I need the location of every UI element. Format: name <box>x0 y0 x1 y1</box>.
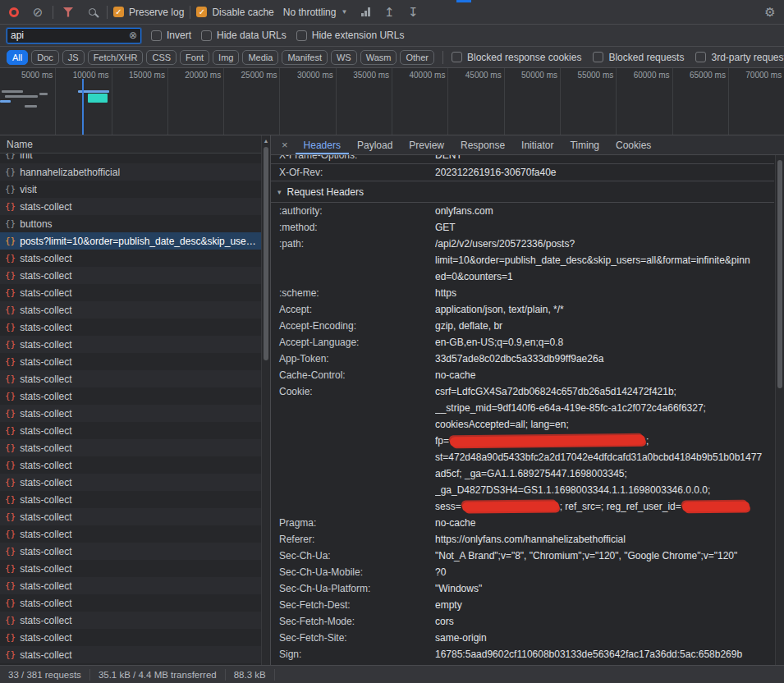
request-row[interactable]: {}buttons <box>0 215 261 232</box>
type-filter-js[interactable]: JS <box>62 50 85 65</box>
request-row[interactable]: {}stats-collect <box>0 456 261 474</box>
request-row[interactable]: {}stats-collect <box>0 301 261 319</box>
type-filter-other[interactable]: Other <box>400 50 434 65</box>
request-row[interactable]: {}stats-collect <box>0 612 261 629</box>
type-filter-css[interactable]: CSS <box>146 50 177 65</box>
record-button[interactable] <box>5 3 23 21</box>
request-name: hannahelizabethofficial <box>20 167 120 178</box>
tab-headers[interactable]: Headers <box>296 135 349 154</box>
type-filter-pills: AllDocJSFetch/XHRCSSFontImgMediaManifest… <box>7 50 434 65</box>
throttling-dropdown[interactable]: No throttling ▼ <box>280 7 351 18</box>
request-row[interactable]: {}stats-collect <box>0 508 261 525</box>
request-row[interactable]: {}stats-collect <box>0 560 261 577</box>
tick-label: 50000 ms <box>505 68 560 80</box>
name-column-header[interactable]: Name <box>0 135 270 154</box>
type-filter-fetch-xhr[interactable]: Fetch/XHR <box>88 50 144 65</box>
request-name: stats-collect <box>20 356 71 368</box>
request-row[interactable]: {}stats-collect <box>0 387 261 405</box>
type-filter-media[interactable]: Media <box>242 50 278 65</box>
disable-cache-checkbox[interactable]: ✓ Disable cache <box>196 7 273 18</box>
tab-preview[interactable]: Preview <box>401 135 452 154</box>
checkbox-blocked-response-cookies[interactable]: ✓Blocked response cookies <box>452 52 581 63</box>
settings-gear-button[interactable]: ⚙ <box>761 3 779 21</box>
preserve-log-checkbox[interactable]: ✓ Preserve log <box>113 7 184 18</box>
hide-extension-urls-checkbox[interactable]: ✓ Hide extension URLs <box>296 30 405 41</box>
import-har-button[interactable]: ↥ <box>380 3 398 21</box>
request-row[interactable]: {}stats-collect <box>0 319 261 336</box>
clear-button[interactable]: ⊘ <box>29 3 47 21</box>
request-row[interactable]: {}stats-collect <box>0 370 261 387</box>
checkbox-unchecked-icon: ✓ <box>452 52 462 62</box>
request-row[interactable]: {}stats-collect <box>0 491 261 508</box>
file-type-icon: {} <box>5 154 16 160</box>
request-row[interactable]: {}stats-collect <box>0 646 261 663</box>
type-filter-font[interactable]: Font <box>180 50 209 65</box>
type-filter-wasm[interactable]: Wasm <box>360 50 397 65</box>
header-name: Sec-Ch-Ua-Platform: <box>279 580 435 597</box>
request-name: stats-collect <box>20 339 71 351</box>
tab-timing[interactable]: Timing <box>562 135 607 154</box>
request-row[interactable]: {}stats-collect <box>0 267 261 284</box>
request-name: stats-collect <box>20 425 71 437</box>
checkbox-blocked-requests[interactable]: ✓Blocked requests <box>593 52 684 63</box>
request-list-scrollbar[interactable]: ▲ <box>261 135 270 665</box>
preserve-log-label: Preserve log <box>129 7 184 18</box>
request-row[interactable]: {}visit <box>0 181 261 198</box>
request-row[interactable]: {}stats-collect <box>0 439 261 456</box>
scroll-up-icon[interactable]: ▲ <box>262 135 270 144</box>
request-row[interactable]: {}stats-collect <box>0 474 261 491</box>
search-button[interactable] <box>83 3 101 21</box>
request-list: {}init{}hannahelizabethofficial{}visit{}… <box>0 154 270 665</box>
request-name: stats-collect <box>20 305 71 316</box>
request-row[interactable]: {}stats-collect <box>0 353 261 370</box>
request-row[interactable]: {}stats-collect <box>0 250 261 267</box>
request-row[interactable]: {}stats-collect <box>0 405 261 422</box>
filter-input[interactable] <box>11 30 129 41</box>
clear-filter-icon[interactable]: ⊗ <box>129 30 137 41</box>
checkbox-unchecked-icon: ✓ <box>695 52 706 62</box>
request-row[interactable]: {}stats-collect <box>0 525 261 543</box>
network-conditions-button[interactable] <box>356 3 374 21</box>
request-row[interactable]: {}init <box>0 154 261 163</box>
request-name: stats-collect <box>20 563 71 575</box>
filter-toggle-button[interactable] <box>59 3 77 21</box>
header-row: App-Token:33d57ade8c02dbc5a333db99ff9ae2… <box>271 351 774 367</box>
request-name: stats-collect <box>20 287 71 299</box>
type-filter-manifest[interactable]: Manifest <box>282 50 328 65</box>
tab-initiator[interactable]: Initiator <box>513 135 562 154</box>
invert-checkbox[interactable]: ✓ Invert <box>151 30 191 41</box>
request-row[interactable]: {}stats-collect <box>0 577 261 594</box>
request-headers-section[interactable]: ▾Request Headers <box>271 181 774 203</box>
request-row[interactable]: {}stats-collect <box>0 336 261 353</box>
tab-payload[interactable]: Payload <box>349 135 401 154</box>
request-row[interactable]: {}stats-collect <box>0 422 261 439</box>
request-row[interactable]: {}hannahelizabethofficial <box>0 163 261 181</box>
overview-activity-bar <box>25 105 37 108</box>
request-row[interactable]: {}stats-collect <box>0 198 261 215</box>
request-name: init <box>20 154 32 161</box>
export-har-button[interactable]: ↧ <box>404 3 422 21</box>
scrollbar-thumb[interactable] <box>264 147 268 360</box>
scrollbar-thumb[interactable] <box>777 160 782 388</box>
checkbox-3rd-party-requests[interactable]: ✓3rd-party requests <box>695 52 784 63</box>
request-row[interactable]: {}stats-collect <box>0 594 261 612</box>
request-row[interactable]: {}stats-collect <box>0 629 261 646</box>
request-name: buttons <box>20 218 52 230</box>
request-row[interactable]: {}stats-collect <box>0 284 261 301</box>
type-filter-img[interactable]: Img <box>213 50 239 65</box>
timeline-overview[interactable]: 5000 ms10000 ms15000 ms20000 ms25000 ms3… <box>0 68 784 135</box>
header-value: 16785:5aad9602cf110608b03133de563642fac1… <box>435 646 774 662</box>
checkbox-checked-icon: ✓ <box>113 7 124 17</box>
request-row[interactable]: {}posts?limit=10&order=publish_date_desc… <box>0 232 261 250</box>
type-filter-ws[interactable]: WS <box>331 50 357 65</box>
timeline-tick: 35000 ms <box>337 68 392 135</box>
tab-cookies[interactable]: Cookies <box>607 135 659 154</box>
close-icon[interactable]: × <box>274 135 296 154</box>
detail-scrollbar[interactable] <box>775 155 784 665</box>
type-filter-all[interactable]: All <box>7 50 28 65</box>
type-filter-doc[interactable]: Doc <box>31 50 59 65</box>
search-icon <box>89 8 96 16</box>
request-row[interactable]: {}stats-collect <box>0 543 261 560</box>
hide-data-urls-checkbox[interactable]: ✓ Hide data URLs <box>201 30 287 41</box>
tab-response[interactable]: Response <box>452 135 513 154</box>
